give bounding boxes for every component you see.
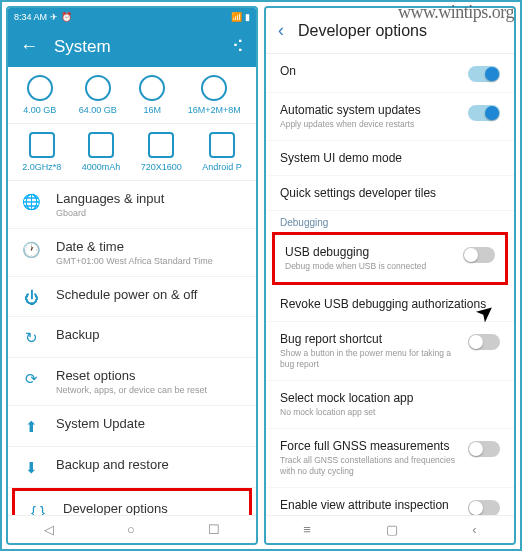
nav-bar: ≡ ▢ ‹ [266, 515, 514, 543]
list-item[interactable]: On [266, 54, 514, 93]
phone-left: 8:34 AM ✈ ⏰ 📶 ▮ ← System ⠪ 4.00 GB64.00 … [6, 6, 258, 545]
list-item[interactable]: 🕐 Date & time GMT+01:00 West Africa Stan… [8, 229, 256, 277]
back-icon[interactable]: ‹ [278, 20, 284, 41]
page-title: Developer options [298, 22, 427, 40]
nav-recent-icon[interactable]: ≡ [303, 522, 311, 537]
item-icon: ⟳ [20, 370, 42, 388]
section-label: Debugging [266, 211, 514, 230]
item-title: Reset options [56, 368, 244, 383]
page-title: System [54, 37, 216, 57]
screenshots-container: 8:34 AM ✈ ⏰ 📶 ▮ ← System ⠪ 4.00 GB64.00 … [0, 0, 522, 551]
toggle-switch[interactable] [468, 66, 500, 82]
specs-row-1: 4.00 GB64.00 GB16M16M+2M+8M [8, 67, 256, 124]
list-item[interactable]: ↻ Backup [8, 317, 256, 358]
storage-icon: 64.00 GB [79, 75, 117, 115]
list-item[interactable]: ⬇ Backup and restore [8, 447, 256, 488]
item-subtitle: Track all GNSS constellations and freque… [280, 455, 460, 477]
header: ← System ⠪ [8, 26, 256, 67]
ram-icon: 4.00 GB [23, 75, 56, 115]
status-icon-alarm: ⏰ [61, 12, 72, 22]
item-title: Schedule power on & off [56, 287, 244, 302]
nav-home-icon[interactable]: ○ [127, 522, 135, 537]
list-item[interactable]: System UI demo mode [266, 141, 514, 176]
nav-bar: ◁ ○ ☐ [8, 515, 256, 543]
item-title: Force full GNSS measurements [280, 439, 460, 453]
item-title: Automatic system updates [280, 103, 460, 117]
toggle-switch[interactable] [468, 105, 500, 121]
item-title: Developer options [63, 501, 237, 515]
back-icon[interactable]: ← [20, 36, 38, 57]
item-title: Bug report shortcut [280, 332, 460, 346]
toggle-switch[interactable] [468, 500, 500, 515]
list-item[interactable]: USB debugging Debug mode when USB is con… [272, 232, 508, 285]
share-icon[interactable]: ⠪ [232, 37, 244, 56]
list-item[interactable]: 🌐 Languages & input Gboard [8, 181, 256, 229]
watermark: www.wintips.org [398, 2, 514, 23]
item-icon: ⬆ [20, 418, 42, 436]
screen-icon: 720X1600 [141, 132, 182, 172]
status-time: 8:34 AM [14, 12, 47, 22]
item-title: Revoke USB debugging authorizations [280, 297, 492, 311]
item-icon: ⏻ [20, 289, 42, 306]
toggle-switch[interactable] [468, 441, 500, 457]
list-item[interactable]: Force full GNSS measurements Track all G… [266, 429, 514, 488]
developer-options-list: On Automatic system updates Apply update… [266, 54, 514, 515]
camera-icon: 16M [139, 75, 165, 115]
item-subtitle: Debug mode when USB is connected [285, 261, 455, 272]
item-title: System Update [56, 416, 244, 431]
item-title: Backup [56, 327, 244, 342]
item-subtitle: Gboard [56, 208, 244, 218]
battery-icon: 4000mAh [82, 132, 121, 172]
item-subtitle: Apply updates when device restarts [280, 119, 460, 130]
list-item[interactable]: { } Developer options [12, 488, 252, 515]
item-subtitle: No mock location app set [280, 407, 492, 418]
toggle-switch[interactable] [468, 334, 500, 350]
settings-list: 🌐 Languages & input Gboard🕐 Date & time … [8, 181, 256, 515]
list-item[interactable]: Quick settings developer tiles [266, 176, 514, 211]
list-item[interactable]: Select mock location app No mock locatio… [266, 381, 514, 429]
nav-back-icon[interactable]: ‹ [472, 522, 476, 537]
item-title: Select mock location app [280, 391, 492, 405]
nav-recent-icon[interactable]: ☐ [208, 522, 220, 537]
toggle-switch[interactable] [463, 247, 495, 263]
item-title: Enable view attribute inspection [280, 498, 460, 512]
item-icon: ⬇ [20, 459, 42, 477]
item-title: On [280, 64, 460, 78]
item-icon: 🕐 [20, 241, 42, 259]
specs-row-2: 2.0GHz*84000mAh720X1600Android P [8, 124, 256, 181]
list-item[interactable]: ⏻ Schedule power on & off [8, 277, 256, 317]
item-title: Backup and restore [56, 457, 244, 472]
list-item[interactable]: Enable view attribute inspection [266, 488, 514, 515]
item-title: Date & time [56, 239, 244, 254]
list-item[interactable]: Bug report shortcut Show a button in the… [266, 322, 514, 381]
item-title: Languages & input [56, 191, 244, 206]
status-bar: 8:34 AM ✈ ⏰ 📶 ▮ [8, 8, 256, 26]
cpu-icon: 2.0GHz*8 [22, 132, 61, 172]
item-subtitle: GMT+01:00 West Africa Standard Time [56, 256, 244, 266]
list-item[interactable]: Automatic system updates Apply updates w… [266, 93, 514, 141]
nav-home-icon[interactable]: ▢ [386, 522, 398, 537]
item-subtitle: Show a button in the power menu for taki… [280, 348, 460, 370]
list-item[interactable]: ⬆ System Update [8, 406, 256, 447]
status-icon-plane: ✈ [50, 12, 58, 22]
item-icon: ↻ [20, 329, 42, 347]
list-item[interactable]: ⟳ Reset options Network, apps, or device… [8, 358, 256, 406]
nav-back-icon[interactable]: ◁ [44, 522, 54, 537]
phone-right: ‹ Developer options On Automatic system … [264, 6, 516, 545]
item-title: Quick settings developer tiles [280, 186, 492, 200]
status-icon-signal: 📶 [231, 12, 242, 22]
item-title: System UI demo mode [280, 151, 492, 165]
multi-camera-icon: 16M+2M+8M [188, 75, 241, 115]
item-icon: 🌐 [20, 193, 42, 211]
item-subtitle: Network, apps, or device can be reset [56, 385, 244, 395]
status-icon-battery: ▮ [245, 12, 250, 22]
item-icon: { } [27, 503, 49, 515]
item-title: USB debugging [285, 245, 455, 259]
android-icon: Android P [202, 132, 242, 172]
